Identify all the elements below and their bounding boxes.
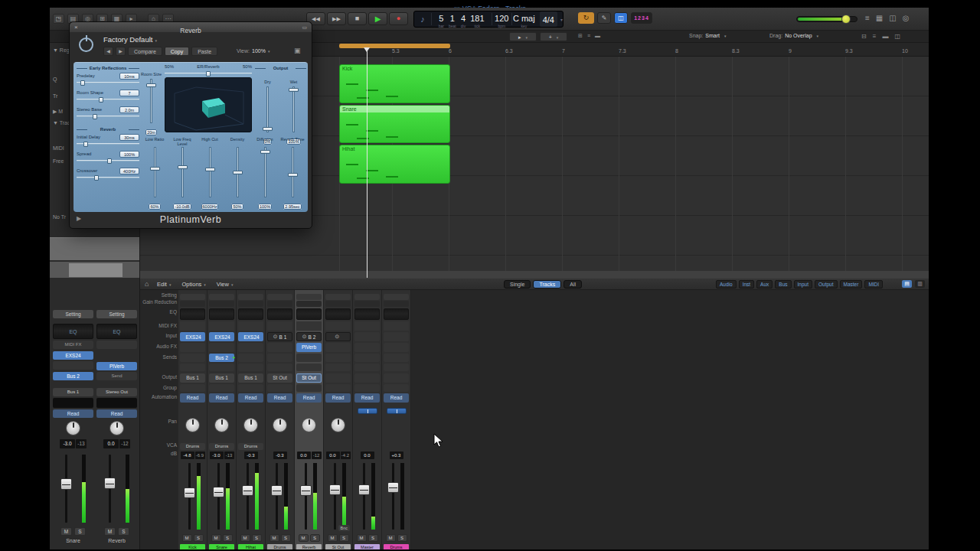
channel-fader[interactable] (384, 461, 409, 532)
channel-vca-assignment[interactable]: Drums (209, 443, 234, 450)
channel-audiofx-slot[interactable] (238, 343, 263, 352)
param-slider[interactable] (77, 113, 139, 119)
send-slot[interactable] (384, 354, 409, 362)
paste-button[interactable]: Paste (191, 47, 217, 56)
minimize-icon[interactable]: ▭ (302, 22, 307, 32)
channel-input-slot[interactable]: EXS24 (238, 332, 263, 341)
channel-output-slot[interactable]: Bus 1 (238, 373, 263, 383)
zoom-control-icon[interactable]: ◫ (894, 33, 900, 40)
mixer-channel[interactable]: ⊙ Read 0.0-4.2 Bnc MS St Out (324, 290, 353, 549)
pan-knob[interactable] (66, 421, 80, 435)
channel-group-slot[interactable] (296, 384, 322, 392)
send-slot[interactable] (238, 364, 263, 371)
bounce-button[interactable]: Bnc (338, 525, 350, 531)
fader-cap[interactable] (300, 485, 312, 496)
param-slider[interactable] (262, 86, 274, 132)
previous-preset-button[interactable]: ◀ (103, 47, 113, 56)
tuner-icon[interactable]: ◫ (614, 12, 628, 24)
balance-slider[interactable] (358, 408, 377, 414)
param-slider[interactable] (231, 147, 243, 197)
channel-sends[interactable]: Bus 2● (209, 354, 234, 372)
send-slot[interactable] (296, 354, 322, 362)
tracks-toolbar-icon[interactable]: ≡ (587, 33, 590, 39)
pan-knob[interactable] (109, 421, 124, 435)
midi-region[interactable]: Snare (339, 105, 450, 143)
channel-automation-mode[interactable]: Read (354, 393, 380, 403)
left-click-tool-menu[interactable]: ▸ (509, 32, 537, 41)
toolbar-right-icon[interactable]: ◎ (903, 14, 910, 22)
strip-output-slot[interactable]: Bus 1 (53, 388, 93, 396)
channel-vca-assignment[interactable] (354, 443, 380, 450)
mute-button[interactable]: M (104, 527, 116, 536)
volume-knob[interactable] (841, 15, 851, 24)
channel-input-slot[interactable]: ⊙B 1 (267, 332, 292, 341)
slider-handle[interactable] (93, 114, 97, 119)
stop-button[interactable]: ■ (348, 12, 367, 25)
channel-eq-display[interactable] (384, 308, 409, 320)
channel-midifx-slot[interactable] (296, 321, 322, 331)
mute-button[interactable]: M (270, 534, 279, 542)
strip-automation-mode[interactable]: Read (53, 409, 93, 418)
channel-setting-slot[interactable] (238, 294, 263, 300)
mixer-menu[interactable]: View (217, 281, 234, 288)
channel-eq-display[interactable] (180, 308, 205, 320)
record-button[interactable]: ● (389, 12, 408, 25)
mute-button[interactable]: M (299, 534, 309, 542)
channel-audiofx-slot[interactable] (180, 343, 205, 352)
inspector-item[interactable]: Tr (53, 93, 57, 99)
mute-button[interactable]: M (182, 534, 192, 542)
fader-cap[interactable] (358, 484, 370, 495)
channel-name[interactable]: Snare (209, 544, 234, 549)
strip-setting-button[interactable]: Setting (96, 310, 137, 318)
mixer-filter-button[interactable]: MIDI (864, 280, 883, 289)
pan-knob[interactable] (243, 418, 258, 432)
send-slot[interactable] (354, 364, 380, 371)
send-slot[interactable] (325, 354, 351, 362)
mixer-channel[interactable]: Read +0.3 MS Drums (382, 290, 411, 549)
channel-pan[interactable] (325, 404, 351, 442)
toolbar-icon[interactable]: ◳ (53, 14, 64, 24)
channel-midifx-slot[interactable] (325, 321, 351, 331)
channel-sends[interactable] (238, 354, 263, 372)
channel-automation-mode[interactable]: Read (384, 393, 409, 403)
channel-eq-display[interactable] (209, 308, 234, 320)
slider-handle[interactable] (178, 165, 188, 169)
mixer-channel[interactable]: ⊙B 1 St Out Read -0.3 MS Drums (266, 290, 295, 549)
slider-handle[interactable] (80, 80, 85, 86)
channel-sends[interactable] (267, 354, 292, 372)
channel-setting-slot[interactable] (267, 294, 292, 300)
channel-pan[interactable] (384, 404, 409, 442)
fader-cap[interactable] (184, 487, 195, 498)
zoom-control-icon[interactable]: ⊟ (861, 33, 867, 40)
pan-knob[interactable] (273, 418, 287, 432)
toolbar-right-icon[interactable]: ◫ (889, 14, 896, 22)
slider-handle[interactable] (206, 71, 211, 77)
play-button[interactable]: ▶ (368, 12, 387, 25)
slider-handle[interactable] (99, 97, 103, 103)
send-slot[interactable]: Bus 2 (209, 354, 234, 362)
param-value[interactable]: 100% (119, 151, 139, 158)
channel-sends[interactable] (354, 354, 380, 372)
mixer-view-button[interactable]: All (564, 280, 582, 289)
fader-cap[interactable] (213, 487, 224, 497)
send-slot[interactable] (325, 364, 351, 371)
channel-audiofx-slot[interactable] (209, 343, 234, 352)
mute-button[interactable]: M (357, 534, 367, 542)
channel-pan[interactable] (296, 404, 322, 442)
channel-name[interactable]: Master (354, 544, 380, 549)
mixer-layout-icon[interactable]: ▥ (915, 280, 925, 288)
channel-setting-slot[interactable] (384, 294, 409, 300)
slider-handle[interactable] (146, 83, 156, 87)
inspector-item[interactable]: MIDI (53, 145, 64, 151)
solo-button[interactable]: S (368, 534, 378, 542)
send-slot[interactable] (296, 364, 322, 371)
channel-automation-mode[interactable]: Read (180, 393, 205, 403)
channel-input-slot[interactable]: ⊙B 2 (296, 332, 322, 341)
drag-menu[interactable]: Drag:No Overlap (769, 33, 818, 38)
param-value[interactable]: -10.0dB (173, 204, 191, 210)
param-slider[interactable] (77, 158, 139, 164)
channel-vca-assignment[interactable] (384, 443, 409, 450)
send-slot[interactable] (238, 354, 263, 362)
power-button[interactable] (79, 37, 93, 52)
channel-sends[interactable] (325, 354, 351, 372)
